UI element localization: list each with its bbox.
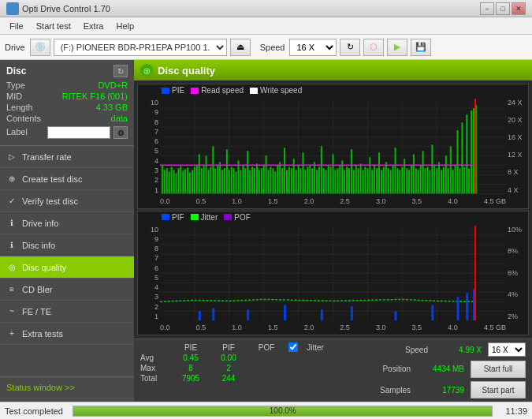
status-window-button[interactable]: Status window >> — [0, 376, 134, 398]
stats-right: Speed 4.99 X 16 X Position 4434 MB Start… — [380, 342, 526, 398]
svg-rect-23 — [171, 166, 173, 193]
pof-legend-color — [224, 214, 232, 220]
svg-rect-148 — [459, 168, 460, 193]
total-pif-val: 244 — [213, 374, 244, 383]
svg-rect-142 — [445, 155, 447, 193]
readspeed-legend-label: Read speed — [201, 86, 244, 95]
stats-avg-row: Avg 0.45 0.00 — [140, 354, 331, 362]
max-label: Max — [140, 364, 169, 372]
svg-rect-54 — [242, 165, 244, 193]
svg-rect-64 — [266, 155, 267, 193]
svg-rect-70 — [279, 162, 281, 193]
svg-rect-91 — [328, 165, 329, 193]
sidebar-item-fe-te[interactable]: ~ FE / TE — [0, 301, 134, 323]
eject-button[interactable]: ⏏ — [230, 39, 251, 56]
drive-select[interactable]: (F:) PIONEER BDR-PR1EPA PP100 1.00 — [54, 39, 227, 56]
svg-rect-72 — [284, 148, 285, 193]
status-text: Test completed — [5, 406, 63, 416]
svg-rect-84 — [311, 168, 313, 193]
drive-icon: 💿 — [35, 42, 46, 52]
svg-rect-108 — [366, 168, 368, 193]
sidebar-item-label: Drive info — [22, 219, 58, 228]
sidebar-item-disc-quality[interactable]: ◎ Disc quality — [0, 256, 134, 279]
svg-rect-74 — [288, 166, 290, 193]
sidebar-item-drive-info[interactable]: ℹ Drive info — [0, 212, 134, 234]
stats-speed-select[interactable]: 16 X — [488, 342, 526, 357]
refresh-button[interactable]: ↻ — [340, 39, 360, 56]
svg-rect-37 — [203, 166, 205, 193]
start-full-button[interactable]: Start full — [471, 361, 526, 378]
cd-bler-icon: ≡ — [6, 284, 17, 295]
avg-pif-val: 0.00 — [213, 354, 244, 362]
burn-button[interactable]: ▶ — [387, 39, 407, 56]
sidebar-item-create-test-disc[interactable]: ⊕ Create test disc — [0, 168, 134, 190]
right-panel: ◎ Disc quality PIE Read speed — [134, 60, 532, 402]
status-progress-label: 100.0% — [73, 406, 492, 416]
svg-rect-183 — [431, 305, 433, 320]
save-button[interactable]: 💾 — [411, 39, 431, 56]
close-button[interactable]: ✕ — [512, 2, 526, 15]
disc-contents-row: Contents data — [6, 114, 128, 123]
svg-rect-61 — [259, 170, 260, 193]
sidebar-item-extra-tests[interactable]: + Extra tests — [0, 323, 134, 345]
svg-rect-87 — [318, 166, 320, 193]
disc-length-value: 4.33 GB — [96, 103, 128, 112]
speed-select[interactable]: 16 X — [289, 39, 337, 56]
transfer-rate-icon: ▷ — [6, 152, 17, 163]
disc-label-icon-button[interactable]: ⚙ — [113, 126, 128, 139]
svg-rect-59 — [254, 168, 255, 193]
svg-rect-86 — [316, 170, 318, 193]
svg-rect-154 — [473, 108, 474, 193]
pie-legend-label: PIE — [172, 86, 184, 95]
pof-col-header: POF — [251, 343, 282, 352]
stats-samples-row: Samples 17739 Start part — [380, 381, 526, 398]
menu-extra[interactable]: Extra — [77, 20, 110, 32]
svg-rect-49 — [231, 166, 233, 193]
start-part-button[interactable]: Start part — [471, 381, 526, 398]
sidebar-item-label: Disc quality — [22, 263, 66, 272]
sidebar-item-cd-bler[interactable]: ≡ CD Bler — [0, 279, 134, 301]
title-bar: Opti Drive Control 1.70 − □ ✕ — [0, 0, 532, 17]
svg-rect-71 — [281, 168, 283, 193]
disc-label-row: Label ⚙ — [6, 125, 128, 139]
svg-rect-47 — [226, 149, 228, 193]
svg-rect-151 — [466, 114, 467, 193]
disc-type-row: Type DVD+R — [6, 80, 128, 90]
svg-rect-42 — [214, 168, 216, 193]
svg-rect-26 — [177, 168, 179, 193]
svg-rect-62 — [261, 168, 262, 193]
svg-rect-125 — [406, 168, 407, 193]
maximize-button[interactable]: □ — [496, 2, 510, 15]
menu-help[interactable]: Help — [110, 20, 140, 32]
menu-bar: File Start test Extra Help — [0, 17, 532, 35]
svg-rect-100 — [348, 168, 350, 193]
svg-rect-127 — [411, 165, 412, 193]
svg-rect-30 — [187, 167, 188, 193]
pif-legend-label: PIF — [172, 213, 184, 222]
disc-label-field[interactable] — [47, 126, 110, 139]
disc-info-icon: ℹ — [6, 240, 17, 251]
menu-start-test[interactable]: Start test — [30, 20, 77, 32]
disc-type-value: DVD+R — [98, 80, 128, 90]
disc-refresh-button[interactable]: ↻ — [113, 65, 128, 77]
minimize-button[interactable]: − — [480, 2, 494, 15]
sidebar-item-disc-info[interactable]: ℹ Disc info — [0, 234, 134, 256]
jitter-checkbox[interactable] — [288, 342, 298, 352]
sidebar-item-verify-test-disc[interactable]: ✓ Verify test disc — [0, 190, 134, 212]
sidebar-item-transfer-rate[interactable]: ▷ Transfer rate — [0, 146, 134, 168]
drive-icon-button[interactable]: 💿 — [30, 39, 50, 56]
jitter-legend-color — [191, 214, 199, 220]
svg-rect-147 — [457, 130, 459, 193]
svg-rect-92 — [330, 166, 332, 193]
total-label: Total — [140, 374, 169, 383]
svg-rect-152 — [468, 168, 470, 193]
disc-length-label: Length — [6, 103, 33, 112]
menu-file[interactable]: File — [3, 20, 30, 32]
svg-rect-41 — [212, 146, 214, 193]
status-time: 11:39 — [505, 406, 527, 416]
fe-te-icon: ~ — [6, 306, 17, 317]
erase-button[interactable]: ⬡ — [363, 39, 384, 56]
pif-col-header: PIF — [213, 343, 244, 352]
panel-header: ◎ Disc quality — [134, 60, 532, 80]
svg-rect-29 — [184, 169, 186, 193]
